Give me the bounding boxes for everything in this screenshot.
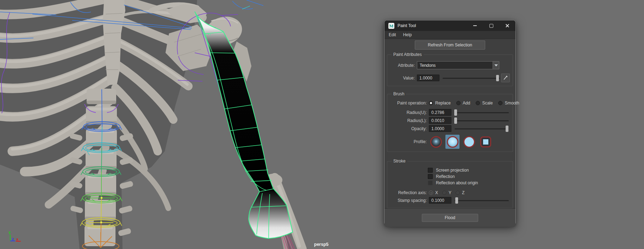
attribute-value: Tendons <box>417 62 493 69</box>
window-menubar: Edit Help <box>384 31 515 39</box>
screen-projection-row[interactable]: Screen projection <box>428 167 510 173</box>
value-label: Value: <box>390 76 417 81</box>
opacity-slider-handle[interactable] <box>506 126 508 132</box>
brush-label: Brush <box>392 91 406 96</box>
opacity-input[interactable] <box>429 125 451 132</box>
paint-attributes-section: Paint Attributes Attribute: Tendons Valu… <box>387 55 513 86</box>
profile-solid-circle-button[interactable] <box>462 135 476 149</box>
reflection-checkbox[interactable] <box>428 174 433 179</box>
window-titlebar[interactable]: M Paint Tool <box>384 20 515 31</box>
stamp-spacing-slider-handle[interactable] <box>455 197 458 204</box>
radio-axis-z: Z <box>456 190 464 195</box>
window-title: Paint Tool <box>398 23 416 28</box>
radio-replace[interactable]: Replace <box>429 101 451 106</box>
reflection-about-origin-row: Reflection about origin <box>428 180 510 186</box>
maya-viewport-stage: y z x persp5 M Paint Tool Edit Help Refr… <box>0 0 644 249</box>
viewport-3d-canvas[interactable]: y z x persp5 <box>0 0 644 249</box>
screen-projection-checkbox[interactable] <box>428 168 433 173</box>
stamp-spacing-label: Stamp spacing: <box>390 198 429 203</box>
radio-smooth[interactable]: Smooth <box>498 101 519 106</box>
radius-l-slider-handle[interactable] <box>454 117 457 124</box>
square-brush-icon <box>480 136 491 147</box>
attribute-dropdown[interactable]: Tendons <box>417 61 499 69</box>
dialog-content: Refresh From Selection Paint Attributes … <box>384 39 515 208</box>
radio-scale[interactable]: Scale <box>476 101 493 106</box>
soft-dark-brush-icon <box>430 136 442 148</box>
opacity-label: Opacity: <box>390 126 429 131</box>
maya-logo-icon: M <box>388 23 394 29</box>
menu-edit[interactable]: Edit <box>389 32 396 37</box>
radio-axis-x-dot <box>429 191 433 195</box>
reflection-axis-label: Reflection axis: <box>390 190 429 195</box>
radio-add-dot <box>456 101 461 105</box>
camera-label: persp5 <box>314 242 329 247</box>
radius-l-label: Radius(L): <box>390 118 429 123</box>
radius-l-slider[interactable] <box>455 117 509 124</box>
radio-add[interactable]: Add <box>456 101 470 106</box>
paint-attributes-label: Paint Attributes <box>392 52 424 57</box>
minimize-button[interactable] <box>467 20 483 31</box>
radio-axis-y-dot <box>442 191 446 195</box>
radius-u-input[interactable] <box>429 109 451 116</box>
menu-help[interactable]: Help <box>403 32 412 37</box>
radio-axis-y: Y <box>442 190 451 195</box>
value-slider[interactable] <box>443 75 500 81</box>
eyedropper-button[interactable] <box>501 74 510 82</box>
stroke-section: Stroke Screen projection Reflection Refl… <box>387 161 513 208</box>
flood-button[interactable]: Flood <box>422 214 478 222</box>
paint-tool-window: M Paint Tool Edit Help Refresh From Sele… <box>384 20 516 225</box>
radius-u-label: Radius(U): <box>390 110 429 115</box>
attribute-label: Attribute: <box>390 63 417 68</box>
reflection-about-origin-checkbox <box>428 180 433 185</box>
radio-replace-dot <box>429 101 433 105</box>
value-slider-handle[interactable] <box>496 75 499 81</box>
radio-smooth-dot <box>498 101 502 105</box>
dropdown-arrow-button[interactable] <box>493 62 499 69</box>
profile-label: Profile: <box>390 139 429 144</box>
stamp-spacing-input[interactable] <box>429 197 451 204</box>
profile-square-button[interactable] <box>479 135 493 149</box>
profile-soft-dark-button[interactable] <box>429 135 443 149</box>
minimize-icon <box>473 25 477 26</box>
value-input[interactable] <box>417 75 439 81</box>
axis-y-label: y <box>8 230 11 235</box>
radius-l-input[interactable] <box>429 117 451 124</box>
close-icon <box>505 24 509 28</box>
refresh-from-selection-button[interactable]: Refresh From Selection <box>415 40 485 50</box>
reflection-row[interactable]: Reflection <box>428 173 510 180</box>
maximize-button[interactable] <box>483 20 499 31</box>
radio-axis-z-dot <box>456 191 460 195</box>
radius-u-slider-handle[interactable] <box>454 109 457 116</box>
paint-operation-label: Paint operation: <box>390 101 429 106</box>
profile-soft-blue-button[interactable] <box>445 135 459 149</box>
maximize-icon <box>489 24 493 28</box>
eyedropper-icon <box>503 75 508 81</box>
solid-circle-brush-icon <box>463 136 475 148</box>
stamp-spacing-slider[interactable] <box>455 197 509 204</box>
stroke-label: Stroke <box>392 159 407 164</box>
chevron-down-icon <box>494 64 498 66</box>
close-button[interactable] <box>499 20 515 31</box>
dialog-footer: Flood <box>384 208 515 227</box>
radius-u-slider[interactable] <box>455 109 509 116</box>
radio-axis-x: X <box>429 190 438 195</box>
opacity-slider[interactable] <box>455 126 509 132</box>
radio-scale-dot <box>476 101 480 105</box>
soft-blue-brush-icon <box>447 136 458 148</box>
brush-section: Brush Paint operation: Replace Add Scale <box>387 94 513 152</box>
